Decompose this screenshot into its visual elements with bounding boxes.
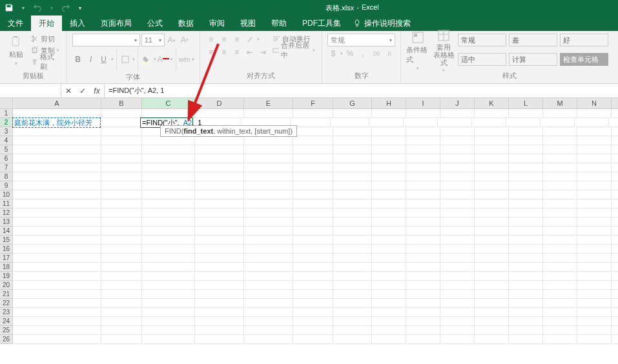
cell-G4[interactable] xyxy=(333,136,372,145)
align-center[interactable]: ≡ xyxy=(218,46,230,58)
cell-B19[interactable] xyxy=(101,272,142,281)
cell-E9[interactable] xyxy=(244,181,293,190)
cell-N17[interactable] xyxy=(577,254,612,263)
cell-A19[interactable] xyxy=(13,272,101,281)
cell-O16[interactable] xyxy=(612,245,618,254)
cancel-formula-button[interactable]: ✕ xyxy=(61,85,76,97)
cell-E6[interactable] xyxy=(244,154,293,163)
cell-I4[interactable] xyxy=(406,136,440,145)
cell-G3[interactable] xyxy=(333,127,372,136)
cell-H17[interactable] xyxy=(372,254,406,263)
style-check[interactable]: 检查单元格 xyxy=(560,53,608,66)
enter-formula-button[interactable]: ✓ xyxy=(76,85,90,97)
cell-D15[interactable] xyxy=(195,236,244,245)
tab-data[interactable]: 数据 xyxy=(170,15,201,31)
row-header-18[interactable]: 18 xyxy=(0,263,13,272)
cell-E5[interactable] xyxy=(244,145,293,154)
cell-L7[interactable] xyxy=(509,163,543,172)
row-header-14[interactable]: 14 xyxy=(0,227,13,236)
cell-G14[interactable] xyxy=(333,227,372,236)
cell-I12[interactable] xyxy=(406,208,440,217)
cell-N13[interactable] xyxy=(577,217,612,227)
row-header-2[interactable]: 2 xyxy=(0,118,13,127)
cell-N15[interactable] xyxy=(577,236,612,245)
cell-D16[interactable] xyxy=(195,245,244,254)
cell-L6[interactable] xyxy=(509,154,543,163)
phonetic-button[interactable]: wén xyxy=(179,54,191,65)
cell-J16[interactable] xyxy=(440,245,475,254)
cell-C13[interactable] xyxy=(142,217,195,227)
cell-L5[interactable] xyxy=(509,145,543,154)
cell-G10[interactable] xyxy=(333,190,372,199)
cell-E4[interactable] xyxy=(244,136,293,145)
cell-N23[interactable] xyxy=(577,308,612,317)
fill-color-button[interactable] xyxy=(141,54,152,65)
cell-N19[interactable] xyxy=(577,272,612,281)
cell-C10[interactable] xyxy=(142,190,195,199)
row-header-8[interactable]: 8 xyxy=(0,172,13,181)
cell-B2[interactable] xyxy=(100,118,141,127)
cell-J4[interactable] xyxy=(440,136,475,145)
cell-B1[interactable] xyxy=(101,109,142,118)
cell-M2[interactable] xyxy=(541,118,575,127)
cell-J3[interactable] xyxy=(440,127,475,136)
cell-H9[interactable] xyxy=(372,181,406,190)
cell-O26[interactable] xyxy=(612,335,618,344)
cell-F12[interactable] xyxy=(293,208,333,217)
cell-I19[interactable] xyxy=(406,272,440,281)
cell-M18[interactable] xyxy=(543,263,577,272)
cell-G20[interactable] xyxy=(333,281,372,290)
cell-C16[interactable] xyxy=(142,245,195,254)
cell-L21[interactable] xyxy=(509,290,543,299)
cell-K26[interactable] xyxy=(475,335,509,344)
cell-O19[interactable] xyxy=(612,272,618,281)
cell-M22[interactable] xyxy=(543,299,577,308)
row-header-25[interactable]: 25 xyxy=(0,326,13,335)
style-gallery[interactable]: 常规 差 好 适中 计算 检查单元格 xyxy=(458,34,613,70)
cell-I18[interactable] xyxy=(406,263,440,272)
cell-A13[interactable] xyxy=(13,217,101,227)
cell-D4[interactable] xyxy=(195,136,244,145)
dec-decimal[interactable]: .0 xyxy=(383,48,395,59)
cell-H26[interactable] xyxy=(372,335,406,344)
col-header-H[interactable]: H xyxy=(372,98,406,109)
cell-H8[interactable] xyxy=(372,172,406,181)
row-header-7[interactable]: 7 xyxy=(0,163,13,172)
cell-H20[interactable] xyxy=(372,281,406,290)
cell-A16[interactable] xyxy=(13,245,101,254)
cell-O24[interactable] xyxy=(612,317,618,326)
cell-C23[interactable] xyxy=(142,308,195,317)
row-header-12[interactable]: 12 xyxy=(0,208,13,217)
bold-button[interactable]: B xyxy=(72,54,84,65)
cell-M10[interactable] xyxy=(543,190,577,199)
cell-H13[interactable] xyxy=(372,217,406,227)
cell-C1[interactable] xyxy=(142,109,195,118)
underline-button[interactable]: U xyxy=(98,54,110,65)
cell-A12[interactable] xyxy=(13,208,101,217)
undo-button[interactable] xyxy=(31,1,44,14)
cell-I6[interactable] xyxy=(406,154,440,163)
increase-font-button[interactable]: A▴ xyxy=(166,34,178,46)
italic-button[interactable]: I xyxy=(85,54,97,65)
cell-A23[interactable] xyxy=(13,308,101,317)
cell-C24[interactable] xyxy=(142,317,195,326)
cell-E15[interactable] xyxy=(244,236,293,245)
row-header-15[interactable]: 15 xyxy=(0,236,13,245)
cell-E7[interactable] xyxy=(244,163,293,172)
cell-G11[interactable] xyxy=(333,199,372,208)
cell-F25[interactable] xyxy=(293,326,333,335)
cell-A2[interactable]: 庭前花木满，院外小径芳 xyxy=(12,117,101,128)
percent-button[interactable]: % xyxy=(344,48,356,59)
cell-A14[interactable] xyxy=(13,227,101,236)
cell-E13[interactable] xyxy=(244,217,293,227)
fx-button[interactable]: fx xyxy=(90,85,104,97)
cell-A1[interactable] xyxy=(13,109,101,118)
cell-E22[interactable] xyxy=(244,299,293,308)
cell-K17[interactable] xyxy=(475,254,509,263)
cell-B4[interactable] xyxy=(101,136,142,145)
cell-A21[interactable] xyxy=(13,290,101,299)
cell-D20[interactable] xyxy=(195,281,244,290)
cell-K25[interactable] xyxy=(475,326,509,335)
cell-K23[interactable] xyxy=(475,308,509,317)
cell-L26[interactable] xyxy=(509,335,543,344)
